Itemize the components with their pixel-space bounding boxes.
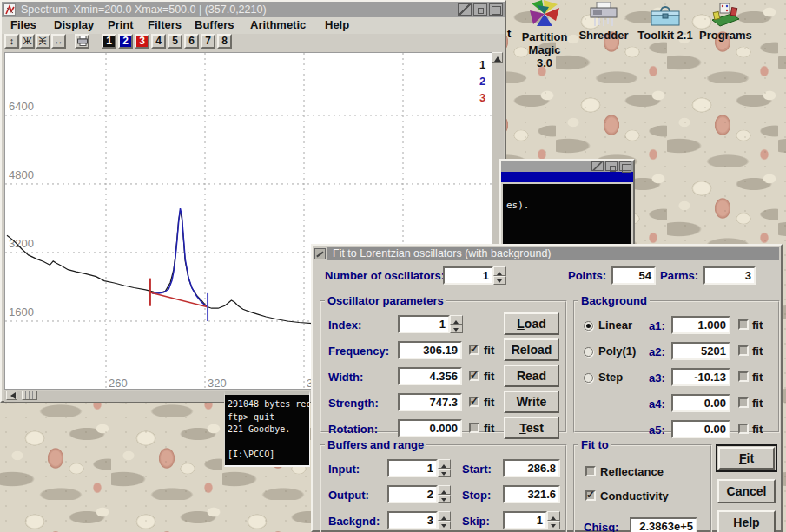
- output-field[interactable]: 2: [387, 485, 438, 503]
- menu-item-files[interactable]: Files: [10, 18, 36, 31]
- desktop-icon-partition-magic[interactable]: Partition Magic 3.0: [519, 0, 570, 69]
- a3-fit-checkbox[interactable]: [738, 371, 749, 382]
- a1-fit-checkbox[interactable]: [738, 319, 749, 330]
- a4-fit-checkbox[interactable]: [738, 397, 749, 408]
- frequency-fit-checkbox[interactable]: [469, 345, 479, 355]
- reflectance-label: Reflectance: [600, 465, 664, 478]
- shade-button[interactable]: [591, 161, 604, 171]
- skip-spinner[interactable]: [547, 511, 560, 529]
- step-radio[interactable]: [584, 373, 593, 383]
- help-button[interactable]: Help: [717, 510, 776, 532]
- output-spinner[interactable]: [438, 485, 451, 503]
- scroll-up-button[interactable]: [492, 52, 503, 63]
- x-tick-label: 320: [208, 377, 227, 390]
- strength-field[interactable]: 747.3: [398, 393, 462, 411]
- start-field[interactable]: 286.8: [503, 459, 560, 477]
- reload-button[interactable]: Reload: [504, 338, 559, 361]
- reflectance-checkbox[interactable]: [585, 466, 596, 476]
- fit-label: fit: [484, 422, 494, 435]
- maximize-button[interactable]: [619, 161, 631, 171]
- iconify-button[interactable]: [473, 3, 487, 16]
- legend-buffer-2[interactable]: 2: [479, 75, 485, 88]
- fit-button[interactable]: Fit: [718, 447, 775, 470]
- spectrum-titlebar[interactable]: Spectrum: Xmin=200.0 Xmax=500.0 | (357.0…: [2, 2, 505, 17]
- index-spinner[interactable]: [450, 315, 463, 333]
- buffer-button-3[interactable]: 3: [135, 34, 149, 49]
- iconify-button[interactable]: [605, 161, 618, 171]
- load-button[interactable]: Load: [504, 312, 559, 335]
- icon-label: Shredder: [578, 29, 628, 42]
- input-spinner[interactable]: [438, 459, 451, 477]
- num-oscillators-spinner[interactable]: [493, 266, 506, 285]
- terminal-titlebar[interactable]: [501, 161, 633, 172]
- dialog-menu-icon[interactable]: [314, 248, 326, 259]
- rotation-fit-checkbox[interactable]: [469, 423, 479, 433]
- backgnd-spinner[interactable]: [438, 511, 451, 529]
- backgnd-field[interactable]: 3: [387, 511, 438, 529]
- skip-field[interactable]: 1: [503, 511, 547, 529]
- a5-fit-checkbox[interactable]: [738, 424, 749, 434]
- conductivity-checkbox[interactable]: [585, 490, 596, 501]
- linear-radio[interactable]: [584, 321, 593, 331]
- a2-field[interactable]: 5201: [671, 342, 730, 360]
- a4-field[interactable]: 0.00: [671, 394, 730, 412]
- test-button[interactable]: Test: [504, 417, 559, 439]
- desktop-icon-programs[interactable]: Programs: [699, 0, 751, 42]
- parms-field[interactable]: 3: [703, 266, 756, 285]
- menu-item-print[interactable]: Print: [108, 18, 134, 31]
- width-fit-checkbox[interactable]: [469, 371, 479, 381]
- fit-vertical-button[interactable]: Ж: [20, 34, 35, 49]
- buffer-button-6[interactable]: 6: [184, 34, 199, 49]
- print-button[interactable]: [75, 34, 89, 49]
- a1-label: a1:: [649, 319, 665, 332]
- a2-fit-checkbox[interactable]: [738, 345, 749, 356]
- menu-item-buffers[interactable]: Buffers: [195, 18, 234, 31]
- chisq-field[interactable]: 2.3863e+5: [630, 517, 697, 532]
- a1-field[interactable]: 1.000: [671, 316, 730, 334]
- dialog-title[interactable]: Fit to Lorentzian oscillators (with back…: [327, 247, 779, 260]
- read-button[interactable]: Read: [504, 365, 559, 387]
- legend-buffer-3[interactable]: 3: [479, 91, 485, 104]
- shade-button[interactable]: [458, 3, 472, 16]
- legend-buffer-1[interactable]: 1: [479, 58, 485, 71]
- a5-field[interactable]: 0.00: [671, 420, 730, 438]
- parms-label: Parms:: [660, 269, 698, 282]
- expand-vertical-button[interactable]: ↕: [4, 34, 19, 49]
- buffer-button-4[interactable]: 4: [151, 34, 166, 49]
- menu-item-help[interactable]: Help: [325, 18, 349, 31]
- strength-fit-checkbox[interactable]: [469, 397, 479, 407]
- buffer-button-1[interactable]: 1: [102, 34, 116, 49]
- fit-label: fit: [752, 371, 763, 384]
- fit-label: fit: [752, 319, 763, 332]
- expand-horizontal-button[interactable]: ↔: [51, 34, 66, 49]
- desktop-icon-shredder[interactable]: Shredder: [577, 2, 631, 42]
- points-field[interactable]: 54: [611, 266, 656, 285]
- maximize-button[interactable]: [489, 3, 503, 16]
- fit-horizontal-button[interactable]: Ж: [36, 34, 50, 49]
- buffer-button-2[interactable]: 2: [118, 34, 133, 49]
- menu-item-filters[interactable]: Filters: [148, 18, 182, 31]
- group-title: Background: [578, 294, 650, 307]
- rotation-field[interactable]: 0.000: [398, 419, 462, 437]
- scrollbar-thumb[interactable]: [22, 391, 37, 400]
- poly-radio[interactable]: [584, 347, 593, 357]
- menu-item-arithmetic[interactable]: Arithmetic: [250, 18, 306, 31]
- input-field[interactable]: 1: [387, 459, 438, 477]
- cancel-button[interactable]: Cancel: [717, 479, 776, 503]
- frequency-field[interactable]: 306.19: [398, 341, 462, 359]
- menu-item-display[interactable]: Display: [54, 18, 94, 31]
- num-oscillators-field[interactable]: 1: [443, 266, 493, 285]
- buffer-button-7[interactable]: 7: [201, 34, 215, 49]
- buffer-button-8[interactable]: 8: [217, 34, 232, 49]
- buffer-button-5[interactable]: 5: [168, 34, 182, 49]
- input-label: Input:: [328, 463, 360, 476]
- stop-field[interactable]: 321.6: [503, 485, 560, 503]
- desktop-icon-toolkit[interactable]: Toolkit 2.1: [637, 5, 694, 42]
- a3-field[interactable]: -10.13: [671, 368, 730, 386]
- write-button[interactable]: Write: [504, 391, 559, 413]
- width-field[interactable]: 4.356: [398, 367, 462, 385]
- background-group: Background Linear Poly(1) Step a1: 1.000…: [573, 294, 780, 433]
- scroll-left-button[interactable]: [6, 391, 17, 400]
- ftp-terminal-window[interactable]: 291048 bytes rec ftp> quit 221 Goodbye. …: [224, 391, 310, 467]
- index-field[interactable]: 1: [398, 315, 450, 333]
